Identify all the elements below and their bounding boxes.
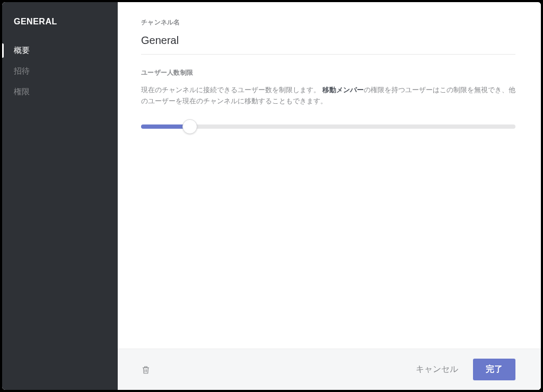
sidebar-item-label: 招待 <box>14 66 30 75</box>
trash-icon <box>141 364 151 375</box>
sidebar-item-label: 概要 <box>14 46 30 55</box>
sidebar-item-invites[interactable]: 招待 <box>2 61 118 82</box>
user-limit-label: ユーザー人数制限 <box>141 68 515 77</box>
channel-name-label: チャンネル名 <box>141 18 515 27</box>
sidebar: GENERAL 概要 招待 権限 <box>2 2 118 390</box>
settings-modal: GENERAL 概要 招待 権限 チャンネル名 ユーザー人数制限 現在のチャンネ… <box>2 2 541 390</box>
content-area: チャンネル名 ユーザー人数制限 現在のチャンネルに接続できるユーザー数を制限しま… <box>118 2 541 349</box>
sidebar-item-overview[interactable]: 概要 <box>2 40 118 61</box>
sidebar-title: GENERAL <box>2 15 118 40</box>
cancel-button[interactable]: キャンセル <box>406 359 468 380</box>
sidebar-item-label: 権限 <box>14 87 30 96</box>
slider-track <box>141 124 515 129</box>
done-button[interactable]: 完了 <box>473 359 515 380</box>
desc-strong: 移動メンバー <box>322 86 364 94</box>
desc-pre: 現在のチャンネルに接続できるユーザー数を制限します。 <box>141 86 320 94</box>
delete-button[interactable] <box>141 364 151 375</box>
footer-bar: キャンセル 完了 <box>118 349 541 390</box>
slider-thumb[interactable] <box>182 119 197 134</box>
user-limit-slider[interactable] <box>141 119 515 135</box>
main-panel: チャンネル名 ユーザー人数制限 現在のチャンネルに接続できるユーザー数を制限しま… <box>118 2 541 390</box>
channel-name-input[interactable] <box>141 34 515 47</box>
user-limit-description: 現在のチャンネルに接続できるユーザー数を制限します。 移動メンバーの権限を持つユ… <box>141 85 515 107</box>
channel-name-row <box>141 34 515 55</box>
sidebar-item-permissions[interactable]: 権限 <box>2 82 118 102</box>
